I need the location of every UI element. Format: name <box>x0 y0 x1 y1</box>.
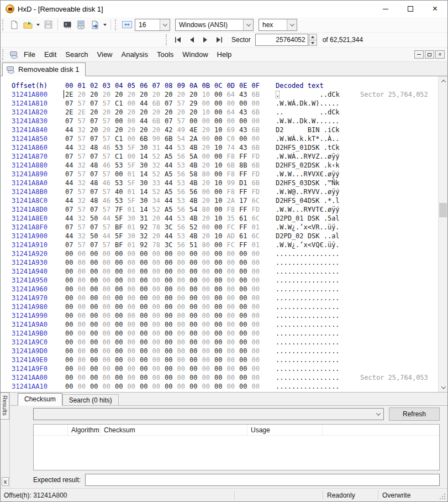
hex-byte[interactable]: FD <box>252 170 265 179</box>
hex-byte[interactable]: 20 <box>202 125 215 134</box>
hex-byte[interactable]: 43 <box>239 125 252 134</box>
hex-byte[interactable]: 57 <box>103 170 115 179</box>
expected-result-input[interactable] <box>85 474 440 486</box>
decoded-text[interactable]: .W.W¿.’x<VR..üÿ. <box>276 223 340 231</box>
hex-byte[interactable]: 01 <box>128 223 140 232</box>
hex-byte[interactable]: 20 <box>152 232 165 240</box>
hex-byte[interactable]: 00 <box>227 355 240 364</box>
hex-byte[interactable]: 44 <box>165 214 177 223</box>
refresh-button[interactable]: Refresh <box>389 407 440 421</box>
decoded-text[interactable]: ................ <box>276 383 340 390</box>
hex-byte[interactable]: 00 <box>189 320 202 329</box>
hex-byte[interactable]: 00 <box>78 338 91 347</box>
hex-row[interactable]: 31241A9800000000000000000000000000000000… <box>1 302 438 311</box>
hex-byte[interactable]: 57 <box>78 117 91 125</box>
hex-byte[interactable]: 64 <box>227 108 240 117</box>
hex-byte[interactable]: 00 <box>165 329 177 338</box>
hex-byte[interactable]: 00 <box>103 302 115 311</box>
hex-byte[interactable]: 00 <box>239 338 252 347</box>
hex-byte[interactable]: 00 <box>177 347 190 355</box>
hex-byte[interactable]: 00 <box>202 294 215 302</box>
hex-byte[interactable]: 00 <box>128 302 140 311</box>
hex-byte[interactable]: 54 <box>177 134 190 143</box>
hex-byte[interactable]: 52 <box>152 187 165 196</box>
hex-byte[interactable]: 00 <box>128 338 140 347</box>
resize-grip[interactable] <box>444 498 445 499</box>
hex-byte[interactable]: 00 <box>214 347 227 355</box>
hex-byte[interactable]: 00 <box>65 258 78 267</box>
hex-byte[interactable]: 00 <box>214 223 227 232</box>
hex-byte[interactable]: 10 <box>214 179 227 187</box>
hex-byte[interactable]: 20 <box>90 125 103 134</box>
hex-byte[interactable]: 00 <box>214 108 227 117</box>
hex-byte[interactable]: 20 <box>115 108 128 117</box>
open-ram-button[interactable] <box>60 18 74 32</box>
hex-byte[interactable]: 00 <box>115 311 128 320</box>
hex-byte[interactable]: 53 <box>177 232 190 240</box>
hex-pane[interactable]: Offset(h) 000102030405060708090A0B0C0D0E… <box>1 76 438 392</box>
hex-row[interactable]: 31241A9900000000000000000000000000000000… <box>1 311 438 320</box>
hex-byte[interactable]: 32 <box>78 143 91 152</box>
hex-byte[interactable]: 00 <box>252 294 265 302</box>
hex-byte[interactable]: 40 <box>115 187 128 196</box>
hex-byte[interactable]: 53 <box>115 196 128 205</box>
hex-byte[interactable]: A5 <box>165 187 177 196</box>
hex-byte[interactable]: 00 <box>214 373 227 382</box>
hex-byte[interactable]: FC <box>227 223 240 232</box>
hex-byte[interactable]: 20 <box>140 125 152 134</box>
hex-byte[interactable]: 46 <box>103 143 115 152</box>
hex-byte[interactable]: 07 <box>90 117 103 125</box>
hex-byte[interactable]: 07 <box>65 170 78 179</box>
hex-byte[interactable]: 53 <box>177 143 190 152</box>
hex-row[interactable]: 31241A9E00000000000000000000000000000000… <box>1 355 438 364</box>
hex-byte[interactable]: 57 <box>78 240 91 249</box>
hex-byte[interactable]: 78 <box>152 223 165 232</box>
hex-byte[interactable]: 00 <box>140 302 152 311</box>
hex-byte[interactable]: 00 <box>128 311 140 320</box>
hex-byte[interactable]: 07 <box>90 170 103 179</box>
hex-byte[interactable]: 00 <box>214 302 227 311</box>
hex-byte[interactable]: 44 <box>140 99 152 108</box>
hex-byte[interactable]: 20 <box>202 196 215 205</box>
hex-byte[interactable]: 46 <box>103 179 115 187</box>
hex-byte[interactable]: 20 <box>103 108 115 117</box>
hex-byte[interactable]: 00 <box>214 258 227 267</box>
hex-byte[interactable]: 00 <box>239 117 252 125</box>
hex-byte[interactable]: 00 <box>214 364 227 373</box>
hex-byte[interactable]: 32 <box>78 232 91 240</box>
hex-byte[interactable]: 00 <box>165 249 177 258</box>
hex-byte[interactable]: 00 <box>140 320 152 329</box>
hex-row[interactable]: 31241AA100000000000000000000000000000000… <box>1 382 438 391</box>
hex-byte[interactable]: 6B <box>252 90 265 99</box>
hex-byte[interactable]: 20 <box>202 161 215 170</box>
hex-byte[interactable]: 20 <box>165 90 177 99</box>
hex-byte[interactable]: 07 <box>90 223 103 232</box>
hex-byte[interactable]: 69 <box>227 125 240 134</box>
hex-byte[interactable]: 00 <box>239 294 252 302</box>
hex-byte[interactable]: 00 <box>177 355 190 364</box>
hex-byte[interactable]: 53 <box>177 179 190 187</box>
decoded-text[interactable]: .W.W...R¥VX€.øÿý <box>276 170 340 178</box>
decoded-text[interactable]: .. ..dCk <box>276 108 340 116</box>
hex-byte[interactable]: FD <box>252 152 265 161</box>
sector-spin-down-button[interactable] <box>309 40 317 46</box>
next-sector-button[interactable] <box>198 34 212 46</box>
hex-byte[interactable]: 00 <box>140 258 152 267</box>
hex-byte[interactable]: 00 <box>189 338 202 347</box>
hex-byte[interactable]: 6B <box>252 179 265 187</box>
hex-byte[interactable]: 53 <box>177 161 190 170</box>
toolbar-gripper[interactable] <box>2 19 5 30</box>
hex-byte[interactable]: 5F <box>128 196 140 205</box>
hex-byte[interactable]: 52 <box>152 170 165 179</box>
hex-row[interactable]: 31241A87007570757C1001452A5565A0000F8FFF… <box>1 152 438 161</box>
hex-byte[interactable]: 00 <box>177 373 190 382</box>
hex-byte[interactable]: 6B <box>165 134 177 143</box>
hex-byte[interactable]: 00 <box>165 258 177 267</box>
decoded-text[interactable]: ................ <box>276 374 340 381</box>
hex-byte[interactable]: BF <box>115 223 128 232</box>
hex-byte[interactable]: 00 <box>177 285 190 294</box>
maximize-button[interactable] <box>398 1 423 17</box>
hex-row[interactable]: 31241A8F007570757BF0192783C56520000FCFF0… <box>1 223 438 232</box>
hex-byte[interactable]: 00 <box>177 258 190 267</box>
hex-byte[interactable]: 00 <box>202 99 215 108</box>
